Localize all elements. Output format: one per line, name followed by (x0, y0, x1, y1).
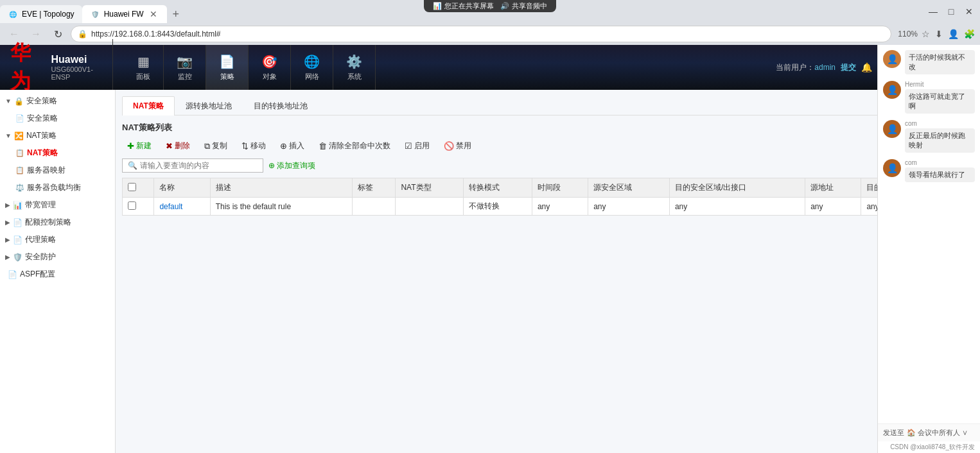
load-balance-label: 服务器负载均衡 (27, 182, 81, 193)
nav-objects[interactable]: 🎯 对象 (249, 45, 291, 90)
nav-policy-label: 策略 (220, 72, 234, 81)
tab-src-addr-pool[interactable]: 源转换地址池 (175, 96, 243, 115)
submit-button[interactable]: 提交 (841, 62, 856, 73)
sidebar-group-proxy-header[interactable]: ▶ 📄 代理策略 (0, 231, 115, 248)
sidebar-group-sec-protect-header[interactable]: ▶ 🛡️ 安全防护 (0, 248, 115, 266)
nav-network[interactable]: 🌐 网络 (291, 45, 333, 90)
address-bar[interactable]: 🔒 https://192.168.0.1:8443/default.html# (71, 26, 891, 42)
nav-dashboard[interactable]: ▦ 面板 (123, 45, 164, 90)
security-policy-group-label: 安全策略 (26, 96, 57, 107)
send-to-label: 发送至 (883, 428, 904, 438)
sidebar-item-server-mapping[interactable]: 📋 服务器映射 (0, 162, 115, 179)
copy-icon: ⧉ (204, 141, 210, 151)
bell-icon[interactable]: 🔔 (861, 62, 872, 73)
chat-bubble-3: 反正最后的时候跑映射 (905, 128, 975, 153)
search-input-wrap: 🔍 (122, 158, 263, 173)
col-name: 名称 (154, 178, 210, 198)
sidebar-group-quota: ▶ 📄 配额控制策略 (0, 214, 115, 231)
table-row: default This is the default rule 不做转换 an… (123, 198, 974, 216)
extension-icon[interactable]: 🧩 (964, 29, 975, 39)
tab-favicon-1: 🌐 (8, 9, 18, 19)
disable-button[interactable]: 🚫 禁用 (439, 139, 477, 153)
app-nav: ▦ 面板 📷 监控 📄 策略 🎯 对象 🌐 网络 ⚙️ 系统 (123, 45, 776, 90)
content-area: NAT策略 源转换地址池 目的转换地址池 NAT策略列表 ✚ 新建 ✖ 删除 ⧉… (116, 90, 980, 453)
add-query-label: 添加查询项 (277, 160, 315, 171)
tab-favicon-2: 🛡️ (90, 9, 100, 19)
insert-button[interactable]: ⊕ 插入 (275, 139, 310, 153)
new-tab-button[interactable]: + (167, 5, 185, 23)
chat-sender-4: com (905, 159, 975, 166)
nav-monitor[interactable]: 📷 监控 (164, 45, 206, 90)
sidebar-group-security-policy-header[interactable]: ▼ 🔒 安全策略 (0, 92, 115, 110)
delete-button[interactable]: ✖ 删除 (161, 139, 195, 153)
copy-button[interactable]: ⧉ 复制 (199, 139, 232, 153)
tab-dst-addr-pool[interactable]: 目的转换地址池 (243, 96, 319, 115)
chat-messages: 👤 干活的时候我就不改 👤 Hermit 你这路可就走宽了啊 👤 (878, 45, 980, 423)
chat-bubble-2: 你这路可就走宽了啊 (905, 89, 975, 114)
insert-icon: ⊕ (280, 141, 287, 151)
maximize-button[interactable]: □ (943, 3, 959, 20)
enable-button[interactable]: ☑ 启用 (399, 139, 435, 153)
row-src-addr-cell: any (805, 198, 861, 216)
sidebar-item-nat-policy[interactable]: 📋 NAT策略 (0, 144, 115, 162)
enable-icon: ☑ (405, 141, 412, 151)
sidebar-group-nat-policy: ▼ 🔀 NAT策略 📋 NAT策略 📋 服务器映射 ⚖️ 服务器负载均衡 (0, 127, 115, 196)
col-src-zone: 源安全区域 (588, 178, 670, 198)
quota-icon: 📄 (13, 218, 22, 227)
row-nat-type-cell (396, 198, 464, 216)
col-time-period: 时间段 (532, 178, 588, 198)
profile-icon[interactable]: 👤 (948, 29, 959, 39)
screen-share-text: 📊 您正在共享屏幕 (433, 1, 494, 11)
chat-bubble-1: 干活的时候我就不改 (905, 50, 975, 74)
bookmark-icon[interactable]: ☆ (922, 29, 930, 39)
disable-icon: 🚫 (444, 141, 454, 151)
nav-system[interactable]: ⚙️ 系统 (333, 45, 376, 90)
select-all-checkbox[interactable] (128, 183, 136, 191)
row-src-zone-cell: any (588, 198, 670, 216)
search-bar: 🔍 ⊕ 添加查询项 ✕ (122, 158, 974, 173)
sidebar: ▼ 🔒 安全策略 📄 安全策略 ▼ 🔀 NAT策略 📋 NAT (0, 90, 116, 453)
tab-huawei-fw[interactable]: 🛡️ Huawei FW ✕ (82, 5, 167, 23)
aspf-label: ASPF配置 (20, 269, 55, 280)
tab-nat-policy[interactable]: NAT策略 (122, 96, 175, 115)
download-icon[interactable]: ⬇ (935, 29, 943, 39)
minimize-button[interactable]: — (925, 3, 941, 20)
nat-policy-table: 名称 描述 标签 NAT类型 转换模式 时间段 源安全区域 目的安全区域/出接口… (122, 178, 974, 216)
move-button[interactable]: ⇅ 移动 (236, 139, 271, 153)
col-nat-type: NAT类型 (396, 178, 464, 198)
sidebar-group-nat-header[interactable]: ▼ 🔀 NAT策略 (0, 127, 115, 144)
avatar-1: 👤 (883, 50, 901, 68)
lock-icon: 🔒 (78, 30, 87, 38)
address-bar-row: ← → ↻ 🔒 https://192.168.0.1:8443/default… (0, 23, 980, 45)
sidebar-item-load-balance[interactable]: ⚖️ 服务器负载均衡 (0, 179, 115, 196)
sidebar-item-security-policy[interactable]: 📄 安全策略 (0, 110, 115, 127)
plus-icon: ✚ (127, 141, 134, 151)
sidebar-group-bandwidth-header[interactable]: ▶ 📊 带宽管理 (0, 196, 115, 214)
close-button[interactable]: ✕ (961, 3, 977, 20)
sidebar-group-quota-header[interactable]: ▶ 📄 配额控制策略 (0, 214, 115, 231)
chat-audience-selector[interactable]: 🏠 会议中所有人 ∨ (907, 428, 968, 438)
row-checkbox[interactable] (128, 201, 136, 210)
objects-icon: 🎯 (261, 54, 277, 69)
move-icon: ⇅ (241, 141, 249, 151)
sidebar-group-aspf-header[interactable]: 📄 ASPF配置 (0, 266, 115, 283)
nat-policy-label: NAT策略 (27, 148, 58, 158)
col-tag: 标签 (352, 178, 395, 198)
tab-eve-topology[interactable]: 🌐 EVE | Topology (0, 5, 82, 23)
chat-message-3: 👤 com 反正最后的时候跑映射 (883, 120, 975, 153)
tab-close-btn[interactable]: ✕ (148, 8, 159, 20)
search-input[interactable] (140, 161, 256, 170)
nav-policy[interactable]: 📄 策略 (206, 45, 249, 90)
clear-hits-button[interactable]: 🗑 清除全部命中次数 (313, 139, 396, 153)
clear-icon: 🗑 (319, 141, 327, 151)
new-button[interactable]: ✚ 新建 (122, 139, 157, 153)
add-query-button[interactable]: ⊕ 添加查询项 (268, 160, 315, 171)
main-layout: ▼ 🔒 安全策略 📄 安全策略 ▼ 🔀 NAT策略 📋 NAT (0, 90, 980, 453)
row-dst-zone-cell: any (669, 198, 805, 216)
rule-name-link[interactable]: default (159, 202, 182, 211)
lock-icon-security: 🔒 (14, 97, 24, 106)
screen-share-bar: 📊 您正在共享屏幕 🔊 共享音频中 (424, 0, 556, 12)
sidebar-group-proxy: ▶ 📄 代理策略 (0, 231, 115, 248)
nav-monitor-label: 监控 (178, 72, 192, 81)
row-name-cell: default (154, 198, 210, 216)
